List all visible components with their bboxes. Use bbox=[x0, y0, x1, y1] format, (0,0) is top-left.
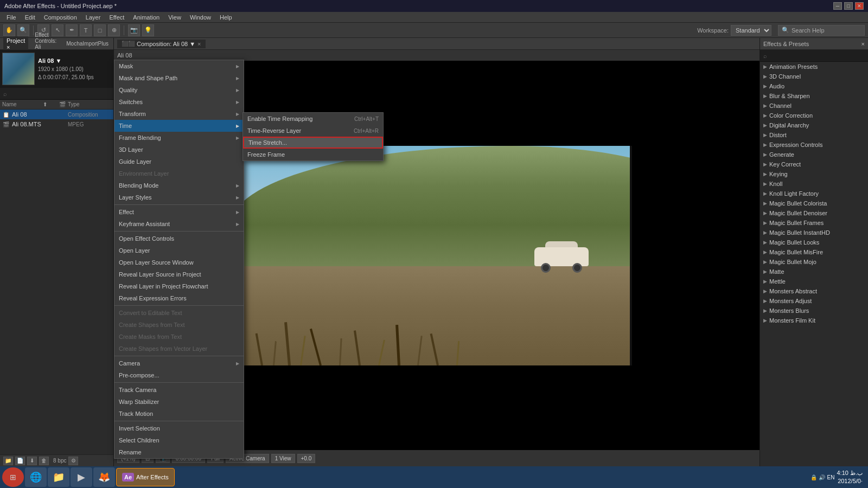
ctx-reveal-layer-source-project[interactable]: Reveal Layer Source in Project bbox=[114, 268, 244, 280]
effect-category-mettle[interactable]: ▶Mettle bbox=[760, 277, 868, 286]
menu-view[interactable]: View bbox=[164, 12, 186, 22]
effect-category-digital-anarchy[interactable]: ▶Digital Anarchy bbox=[760, 120, 868, 130]
effect-category-key-correct[interactable]: ▶Key Correct bbox=[760, 159, 868, 169]
ctx-mask[interactable]: Mask ▶ bbox=[114, 60, 244, 72]
project-search-input[interactable] bbox=[9, 91, 110, 97]
new-folder-btn[interactable]: 📁 bbox=[3, 457, 13, 465]
effects-close-icon[interactable]: × bbox=[861, 41, 865, 47]
menu-composition[interactable]: Composition bbox=[40, 12, 81, 22]
time-sub-reverse-layer[interactable]: Time-Reverse Layer Ctrl+Alt+R bbox=[243, 125, 383, 137]
effect-category-expression-controls[interactable]: ▶Expression Controls bbox=[760, 140, 868, 150]
ctx-blending-mode[interactable]: Blending Mode ▶ bbox=[114, 179, 244, 191]
effects-search-input[interactable] bbox=[769, 53, 865, 59]
effect-category-monsters-blurs[interactable]: ▶Monsters Blurs bbox=[760, 306, 868, 316]
effect-category-matte[interactable]: ▶Matte bbox=[760, 267, 868, 277]
new-comp-btn[interactable]: 📄 bbox=[15, 457, 25, 465]
ctx-rename[interactable]: Rename bbox=[114, 446, 244, 458]
time-sub-enable-remapping[interactable]: Enable Time Remapping Ctrl+Alt+T bbox=[243, 113, 383, 125]
tool-pen[interactable]: ✒ bbox=[66, 24, 78, 36]
ctx-transform[interactable]: Transform ▶ bbox=[114, 108, 244, 120]
taskbar-aftereffects[interactable]: Ae After Effects bbox=[116, 468, 175, 486]
start-button[interactable]: ⊞ bbox=[2, 467, 24, 487]
ctx-open-effect-controls[interactable]: Open Effect Controls bbox=[114, 233, 244, 245]
tool-text[interactable]: T bbox=[80, 24, 92, 36]
viewer-view-btn[interactable]: 1 View bbox=[271, 454, 295, 463]
effect-category-color-correction[interactable]: ▶Color Correction bbox=[760, 111, 868, 120]
ctx-layer-styles[interactable]: Layer Styles ▶ bbox=[114, 191, 244, 203]
import-btn[interactable]: ⬇ bbox=[27, 457, 37, 465]
effect-category-animation-presets[interactable]: ▶Animation Presets bbox=[760, 62, 868, 72]
effect-category-3d-channel[interactable]: ▶3D Channel bbox=[760, 72, 868, 81]
ctx-open-layer-source-window[interactable]: Open Layer Source Window bbox=[114, 256, 244, 268]
effect-category-blur-&-sharpen[interactable]: ▶Blur & Sharpen bbox=[760, 91, 868, 101]
effect-category-generate[interactable]: ▶Generate bbox=[760, 150, 868, 159]
ctx-pre-compose[interactable]: Pre-compose... bbox=[114, 369, 244, 381]
ctx-switches[interactable]: Switches ▶ bbox=[114, 96, 244, 108]
ctx-track-camera[interactable]: Track Camera bbox=[114, 384, 244, 396]
search-box[interactable]: 🔍 Search Help bbox=[778, 25, 865, 36]
tab-composition[interactable]: ⬛⬛ Composition: Ali 08 ▼ × bbox=[117, 40, 206, 48]
project-item-ali08-mts[interactable]: 🎬 Ali 08.MTS MPEG bbox=[0, 119, 113, 129]
time-sub-freeze-frame[interactable]: Freeze Frame bbox=[243, 149, 383, 160]
ctx-invert-selection[interactable]: Invert Selection bbox=[114, 422, 244, 434]
menu-help[interactable]: Help bbox=[215, 12, 237, 22]
effect-category-monsters-film-kit[interactable]: ▶Monsters Film Kit bbox=[760, 316, 868, 325]
delete-btn[interactable]: 🗑 bbox=[39, 457, 49, 465]
taskbar-ie[interactable]: 🌐 bbox=[25, 467, 47, 487]
project-settings-btn[interactable]: ⚙ bbox=[68, 457, 78, 465]
menu-layer[interactable]: Layer bbox=[81, 12, 105, 22]
effect-category-distort[interactable]: ▶Distort bbox=[760, 130, 868, 140]
menu-edit[interactable]: Edit bbox=[21, 12, 40, 22]
ctx-effect[interactable]: Effect ▶ bbox=[114, 206, 244, 218]
workspace-selector[interactable]: Standard bbox=[731, 25, 771, 36]
tool-hand[interactable]: ✋ bbox=[3, 24, 15, 36]
tool-zoom[interactable]: 🔍 bbox=[17, 24, 29, 36]
tool-puppet[interactable]: ⊕ bbox=[108, 24, 120, 36]
ctx-open-layer[interactable]: Open Layer bbox=[114, 245, 244, 256]
ctx-quality[interactable]: Quality ▶ bbox=[114, 84, 244, 96]
project-item-ali08-comp[interactable]: 📋 Ali 08 Composition bbox=[0, 110, 113, 119]
ctx-select-children[interactable]: Select Children bbox=[114, 434, 244, 446]
effect-category-magic-bullet-colorista[interactable]: ▶Magic Bullet Colorista bbox=[760, 198, 868, 208]
time-sub-stretch[interactable]: Time Stretch... bbox=[243, 137, 383, 149]
viewer-offset-btn[interactable]: +0.0 bbox=[297, 454, 316, 463]
effect-category-audio[interactable]: ▶Audio bbox=[760, 81, 868, 91]
ctx-keyframe-assistant[interactable]: Keyframe Assistant ▶ bbox=[114, 218, 244, 230]
ctx-camera[interactable]: Camera ▶ bbox=[114, 357, 244, 369]
effect-category-magic-bullet-misfire[interactable]: ▶Magic Bullet MisFire bbox=[760, 247, 868, 257]
ctx-mask-shape-path[interactable]: Mask and Shape Path ▶ bbox=[114, 72, 244, 84]
minimize-button[interactable]: ─ bbox=[833, 2, 842, 10]
ctx-frame-blending[interactable]: Frame Blending ▶ bbox=[114, 132, 244, 144]
tool-shape[interactable]: □ bbox=[94, 24, 106, 36]
ctx-time[interactable]: Time ▶ bbox=[114, 120, 244, 132]
effect-category-channel[interactable]: ▶Channel bbox=[760, 101, 868, 111]
tool-camera[interactable]: 📷 bbox=[128, 24, 140, 36]
effect-category-monsters-abstract[interactable]: ▶Monsters Abstract bbox=[760, 286, 868, 296]
effect-category-magic-bullet-frames[interactable]: ▶Magic Bullet Frames bbox=[760, 218, 868, 228]
effect-category-magic-bullet-mojo[interactable]: ▶Magic Bullet Mojo bbox=[760, 257, 868, 267]
effect-category-magic-bullet-instanthd[interactable]: ▶Magic Bullet InstantHD bbox=[760, 228, 868, 237]
effect-category-magic-bullet-denoiser[interactable]: ▶Magic Bullet Denoiser bbox=[760, 208, 868, 218]
ctx-reveal-expression-errors[interactable]: Reveal Expression Errors bbox=[114, 292, 244, 304]
effect-category-magic-bullet-looks[interactable]: ▶Magic Bullet Looks bbox=[760, 237, 868, 247]
menu-window[interactable]: Window bbox=[186, 12, 215, 22]
effect-category-knoll[interactable]: ▶Knoll bbox=[760, 179, 868, 189]
effect-category-knoll-light-factory[interactable]: ▶Knoll Light Factory bbox=[760, 189, 868, 198]
taskbar-media[interactable]: ▶ bbox=[71, 467, 92, 487]
ctx-reveal-layer-flowchart[interactable]: Reveal Layer in Project Flowchart bbox=[114, 280, 244, 292]
ctx-track-motion[interactable]: Track Motion bbox=[114, 408, 244, 420]
tab-mocha[interactable]: MochaImportPlus bbox=[63, 40, 112, 48]
maximize-button[interactable]: □ bbox=[844, 2, 853, 10]
ctx-guide-layer[interactable]: Guide Layer bbox=[114, 156, 244, 168]
ctx-3d-layer[interactable]: 3D Layer bbox=[114, 144, 244, 156]
comp-tab-close[interactable]: × bbox=[197, 41, 201, 47]
taskbar-explorer[interactable]: 📁 bbox=[48, 467, 69, 487]
ctx-warp-stabilizer[interactable]: Warp Stabilizer bbox=[114, 396, 244, 408]
effect-category-keying[interactable]: ▶Keying bbox=[760, 169, 868, 179]
tab-project[interactable]: Project × bbox=[3, 36, 28, 52]
menu-file[interactable]: File bbox=[2, 12, 21, 22]
effect-category-monsters-adjust[interactable]: ▶Monsters Adjust bbox=[760, 296, 868, 306]
taskbar-firefox[interactable]: 🦊 bbox=[93, 467, 115, 487]
menu-animation[interactable]: Animation bbox=[129, 12, 164, 22]
menu-effect[interactable]: Effect bbox=[105, 12, 129, 22]
